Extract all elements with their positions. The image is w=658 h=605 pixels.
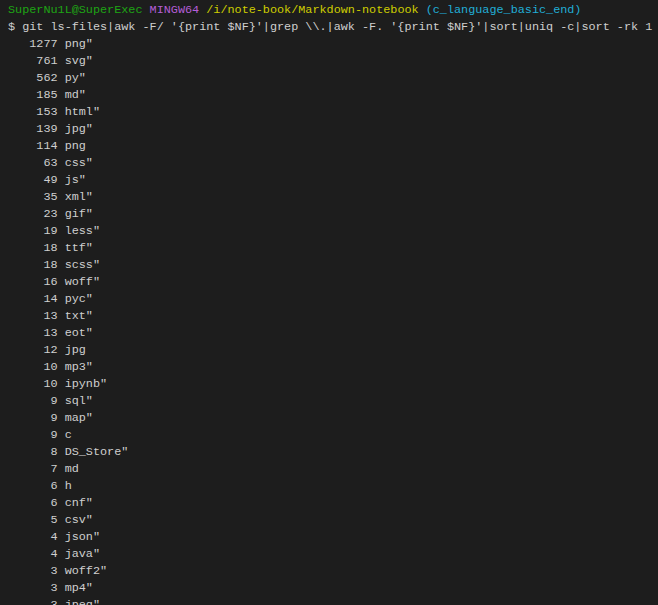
output-line: 49 js" (8, 172, 658, 189)
output-line: 16 woff" (8, 274, 658, 291)
output-line: 6 cnf" (8, 495, 658, 512)
output-line: 8 DS_Store" (8, 444, 658, 461)
output-line: 139 jpg" (8, 121, 658, 138)
prompt-line: SuperNu1L@SuperExec MINGW64 /i/note-book… (8, 2, 658, 19)
output-line: 18 scss" (8, 257, 658, 274)
output-line: 562 py" (8, 70, 658, 87)
prompt-symbol: $ (8, 19, 15, 36)
terminal-window[interactable]: SuperNu1L@SuperExec MINGW64 /i/note-book… (0, 0, 658, 605)
output-line: 10 ipynb" (8, 376, 658, 393)
command-output: 1277 png" 761 svg" 562 py" 185 md" 153 h… (8, 36, 658, 605)
output-line: 5 csv" (8, 512, 658, 529)
prompt-cwd: /i/note-book/Markdown-notebook (206, 2, 418, 19)
output-line: 35 xml" (8, 189, 658, 206)
output-line: 10 mp3" (8, 359, 658, 376)
output-line: 7 md (8, 461, 658, 478)
output-line: 153 html" (8, 104, 658, 121)
output-line: 9 sql" (8, 393, 658, 410)
output-line: 1277 png" (8, 36, 658, 53)
output-line: 3 jpeg" (8, 597, 658, 605)
output-line: 63 css" (8, 155, 658, 172)
output-line: 18 ttf" (8, 240, 658, 257)
command-text: git ls-files|awk -F/ '{print $NF}'|grep … (22, 19, 652, 36)
output-line: 13 txt" (8, 308, 658, 325)
prompt-user-host: SuperNu1L@SuperExec (8, 2, 143, 19)
command-line: $ git ls-files|awk -F/ '{print $NF}'|gre… (8, 19, 658, 36)
output-line: 12 jpg (8, 342, 658, 359)
output-line: 14 pyc" (8, 291, 658, 308)
output-line: 6 h (8, 478, 658, 495)
output-line: 9 map" (8, 410, 658, 427)
output-line: 761 svg" (8, 53, 658, 70)
output-line: 13 eot" (8, 325, 658, 342)
output-line: 9 c (8, 427, 658, 444)
prompt-environment: MINGW64 (150, 2, 200, 19)
output-line: 114 png (8, 138, 658, 155)
output-line: 4 java" (8, 546, 658, 563)
output-line: 3 mp4" (8, 580, 658, 597)
output-line: 185 md" (8, 87, 658, 104)
output-line: 23 gif" (8, 206, 658, 223)
output-line: 3 woff2" (8, 563, 658, 580)
output-line: 19 less" (8, 223, 658, 240)
output-line: 4 json" (8, 529, 658, 546)
prompt-git-branch: (c_language_basic_end) (426, 2, 582, 19)
